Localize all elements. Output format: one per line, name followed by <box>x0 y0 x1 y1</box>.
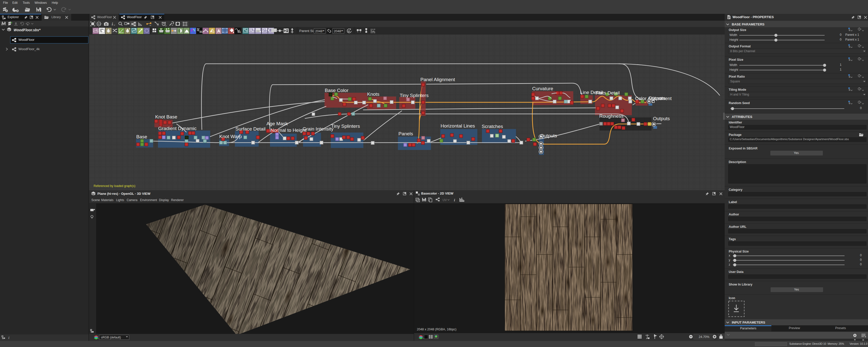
svg-text:Knot Warp: Knot Warp <box>219 134 242 139</box>
svg-text:Panels: Panels <box>398 131 413 136</box>
svg-text:i: i <box>454 198 455 202</box>
svg-text:01: 01 <box>238 30 241 33</box>
svg-text:Outputs: Outputs <box>653 116 670 121</box>
svg-text:2048: 2048 <box>334 29 341 33</box>
svg-text:Panel Alignment: Panel Alignment <box>421 77 455 82</box>
svg-text:1:1: 1:1 <box>98 23 101 25</box>
svg-text:Base Color: Base Color <box>325 88 349 93</box>
svg-text:Tiny Splinters: Tiny Splinters <box>400 93 429 98</box>
svg-text:Surface Detail: Surface Detail <box>236 126 266 132</box>
svg-text:UV: UV <box>442 198 447 202</box>
svg-text:Tiny Splinters: Tiny Splinters <box>331 124 360 129</box>
svg-text:A: A <box>217 29 220 34</box>
svg-text:Flats Detail: Flats Detail <box>596 90 620 96</box>
svg-text:Outputs: Outputs <box>540 133 557 138</box>
svg-text:Roughness: Roughness <box>599 113 623 119</box>
svg-text:Grain Intensity: Grain Intensity <box>303 126 334 132</box>
svg-text:i: i <box>112 22 113 26</box>
svg-text:Scratches: Scratches <box>482 124 503 129</box>
svg-text:Horizontal Lines: Horizontal Lines <box>440 123 475 129</box>
svg-text:Normal to Height: Normal to Height <box>271 128 307 133</box>
svg-text:2048: 2048 <box>315 29 322 33</box>
svg-text:Age Mask: Age Mask <box>267 121 288 126</box>
svg-text:Base: Base <box>136 134 147 139</box>
svg-text:Knot Base: Knot Base <box>155 114 177 119</box>
svg-text:Outputs: Outputs <box>649 96 665 101</box>
svg-text:sRGB (default): sRGB (default) <box>101 336 121 339</box>
svg-text:Gradient Dynamic: Gradient Dynamic <box>158 126 196 131</box>
svg-text:i: i <box>8 336 9 340</box>
svg-text:Knots: Knots <box>367 92 379 97</box>
svg-text:Curvature: Curvature <box>532 86 553 91</box>
svg-text:24.70%: 24.70% <box>699 335 709 339</box>
svg-text:01: 01 <box>199 30 203 33</box>
